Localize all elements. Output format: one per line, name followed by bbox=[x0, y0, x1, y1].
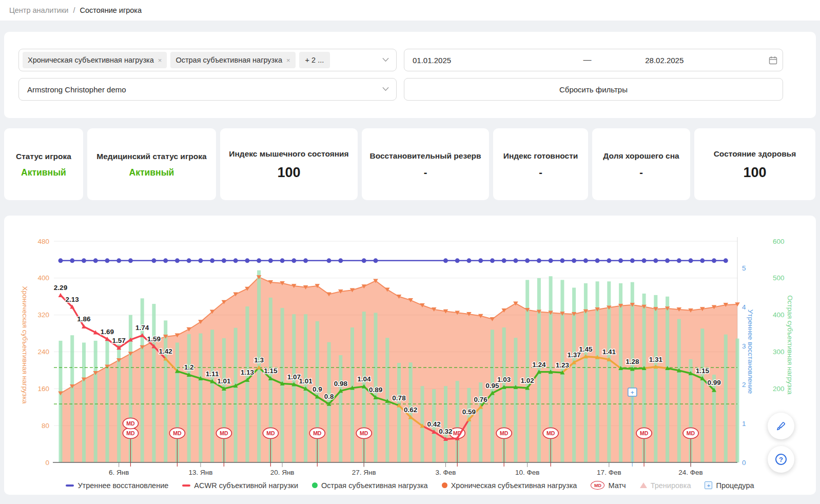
player-state-chart-card: MDMDMDMDMDMDMDMDMDMDMDMD+2.292.131.861.6… bbox=[4, 216, 816, 495]
acwr-value-label: 1.59 bbox=[147, 335, 161, 343]
chip-remove-icon[interactable]: × bbox=[286, 56, 290, 64]
acwr-value-label: 1.11 bbox=[206, 370, 219, 378]
acute-load-bar bbox=[491, 329, 494, 462]
legend-item[interactable]: +Процедура bbox=[705, 481, 754, 490]
stat-card-value: - bbox=[639, 167, 643, 179]
svg-text:MD: MD bbox=[360, 430, 368, 436]
legend-item-label: Утреннее восстановление bbox=[77, 481, 168, 490]
acwr-value-label: 1.45 bbox=[579, 345, 593, 353]
svg-text:?: ? bbox=[779, 456, 783, 463]
annotate-button[interactable] bbox=[768, 413, 794, 439]
acwr-value-label: 0.89 bbox=[369, 386, 382, 394]
stat-card-title: Статус игрока bbox=[16, 150, 71, 163]
acute-load-bar bbox=[59, 341, 63, 462]
acwr-value-label: 1.74 bbox=[135, 324, 149, 332]
breadcrumb: Центр аналитики / Состояние игрока bbox=[0, 0, 820, 21]
metrics-overflow-chip[interactable]: + 2 ... bbox=[299, 52, 330, 68]
stat-card-value: - bbox=[539, 167, 542, 179]
metric-chip-label: Острая субъективная нагрузка bbox=[175, 56, 282, 64]
acwr-value-label: 1.15 bbox=[264, 367, 278, 375]
calendar-icon[interactable] bbox=[769, 56, 777, 65]
acwr-value-label: 1.01 bbox=[217, 377, 231, 385]
legend-dot-icon bbox=[312, 482, 318, 488]
legend-item[interactable]: Утреннее восстановление bbox=[66, 481, 168, 490]
acute-load-bar bbox=[677, 319, 681, 462]
acwr-value-label: 1.13 bbox=[241, 369, 255, 376]
svg-text:4: 4 bbox=[742, 303, 746, 311]
acwr-value-label: 2.29 bbox=[54, 284, 67, 292]
legend-item-label: Хроническая субъективная нагрузка bbox=[451, 481, 577, 490]
procedure-plus-icon: + bbox=[705, 481, 712, 489]
chart-legend: Утреннее восстановлениеACWR субъективной… bbox=[4, 481, 816, 490]
metrics-multiselect[interactable]: Хроническая субъективная нагрузка×Острая… bbox=[18, 49, 397, 71]
acwr-value-label: 0.32 bbox=[439, 428, 452, 435]
acwr-value-label: 0.76 bbox=[474, 396, 488, 403]
svg-text:200: 200 bbox=[773, 385, 785, 393]
acute-load-bar bbox=[292, 314, 296, 462]
acwr-value-label: 0.59 bbox=[462, 408, 476, 416]
acute-load-bar bbox=[467, 388, 471, 462]
acute-load-bar bbox=[525, 280, 529, 462]
acwr-value-label: 1.69 bbox=[101, 328, 114, 336]
acwr-value-label: 1.24 bbox=[532, 361, 546, 369]
x-axis-tick-label: 13. Янв bbox=[188, 469, 212, 476]
legend-item-label: Тренировка bbox=[651, 481, 691, 490]
legend-item[interactable]: MDМатч bbox=[591, 481, 626, 490]
chip-remove-icon[interactable]: × bbox=[158, 56, 162, 64]
acwr-value-label: 1.01 bbox=[299, 377, 313, 385]
svg-text:3: 3 bbox=[742, 342, 746, 350]
date-end-input[interactable]: 28.02.2025 bbox=[596, 56, 763, 65]
breadcrumb-parent-link[interactable]: Центр аналитики bbox=[9, 6, 68, 14]
acwr-value-label: 1.23 bbox=[556, 361, 570, 369]
svg-text:300: 300 bbox=[773, 348, 785, 356]
legend-item[interactable]: Хроническая субъективная нагрузка bbox=[442, 481, 577, 490]
metric-chip[interactable]: Острая субъективная нагрузка× bbox=[170, 52, 295, 68]
legend-line-icon bbox=[66, 484, 74, 487]
acwr-value-label: 1.15 bbox=[696, 367, 710, 375]
page-title: Состояние игрока bbox=[80, 6, 142, 14]
x-axis-tick-label: 24. Фев bbox=[678, 469, 702, 476]
stat-card: Доля хорошего сна- bbox=[592, 128, 690, 200]
match-marker-icon: MD bbox=[591, 481, 604, 490]
acute-load-bar bbox=[245, 306, 249, 462]
reset-filters-button[interactable]: Сбросить фильтры bbox=[404, 78, 783, 101]
svg-text:MD: MD bbox=[546, 430, 555, 436]
date-range-separator: — bbox=[579, 55, 596, 65]
acute-load-bar bbox=[724, 335, 728, 462]
acute-load-bar bbox=[70, 335, 74, 462]
stat-card: Индекс готовности- bbox=[493, 128, 588, 200]
stat-card: Восстановительный резерв- bbox=[362, 128, 489, 200]
player-select[interactable]: Armstrong Christopher demo bbox=[18, 78, 397, 101]
acute-load-bar bbox=[141, 298, 144, 462]
acute-load-bar bbox=[736, 339, 739, 462]
help-button[interactable]: ? bbox=[768, 446, 794, 473]
legend-dot-icon bbox=[442, 482, 447, 488]
legend-item[interactable]: ACWR субъективной нагрузки bbox=[182, 481, 298, 490]
legend-item[interactable]: Острая субъективная нагрузка bbox=[312, 481, 428, 490]
stat-cards-row: Статус игрокаАктивныйМедицинский статус … bbox=[4, 128, 816, 200]
x-axis-tick-label: 10. Фев bbox=[515, 469, 539, 476]
svg-text:MD: MD bbox=[126, 430, 135, 436]
stat-card-value: 100 bbox=[743, 165, 766, 181]
svg-text:0: 0 bbox=[742, 459, 746, 467]
acute-load-bar bbox=[339, 355, 342, 462]
svg-text:5: 5 bbox=[742, 264, 746, 272]
date-range-picker[interactable]: 01.01.2025 — 28.02.2025 bbox=[404, 49, 783, 71]
chevron-down-icon bbox=[382, 87, 389, 91]
date-start-input[interactable]: 01.01.2025 bbox=[413, 56, 579, 65]
svg-text:160: 160 bbox=[37, 385, 49, 393]
metric-chip[interactable]: Хроническая субъективная нагрузка× bbox=[23, 52, 167, 68]
svg-text:480: 480 bbox=[37, 238, 49, 245]
svg-text:MD: MD bbox=[126, 420, 135, 427]
acwr-value-label: 0.42 bbox=[427, 420, 441, 428]
acute-load-bar bbox=[82, 343, 86, 463]
legend-item[interactable]: Тренировка bbox=[640, 481, 691, 490]
acute-load-bar bbox=[700, 328, 704, 462]
svg-text:80: 80 bbox=[42, 422, 49, 430]
acwr-value-label: 1.04 bbox=[357, 375, 371, 383]
player-state-chart: MDMDMDMDMDMDMDMDMDMDMDMD+2.292.131.861.6… bbox=[4, 216, 816, 479]
player-select-value: Armstrong Christopher demo bbox=[27, 85, 126, 94]
acwr-value-label: 1.41 bbox=[602, 348, 616, 356]
filters-panel: Хроническая субъективная нагрузка×Острая… bbox=[4, 32, 816, 118]
stat-card: Медицинский статус игрокаАктивный bbox=[87, 128, 216, 200]
